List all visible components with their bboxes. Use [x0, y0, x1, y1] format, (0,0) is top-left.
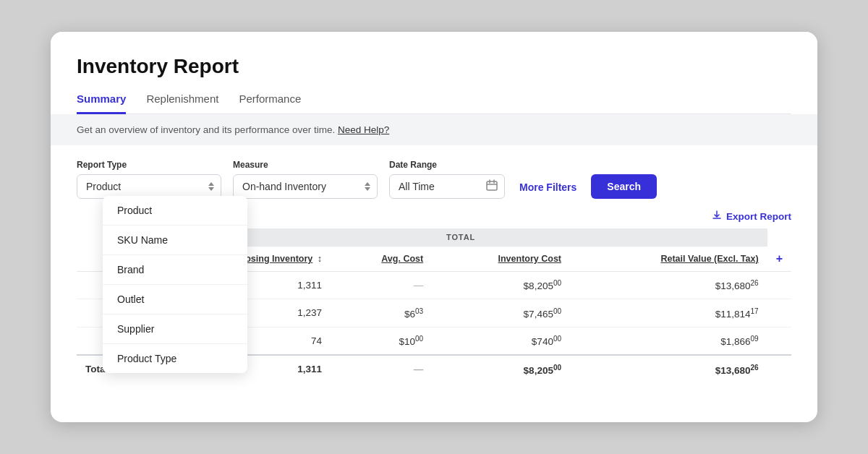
- dropdown-item-product[interactable]: Product: [103, 196, 247, 226]
- cell-retail-2: $1,86609: [570, 327, 767, 355]
- retail-value-sort-link[interactable]: Retail Value (Excl. Tax): [660, 254, 758, 264]
- measure-select[interactable]: On-hand Inventory Sold Inventory Receive…: [233, 174, 378, 199]
- cell-retail-1: $11,81417: [570, 299, 767, 327]
- measure-group: Measure On-hand Inventory Sold Inventory…: [233, 160, 378, 199]
- cell-retail-0: $13,68026: [570, 271, 767, 299]
- filters-section: Report Type Product SKU Name Brand Outle…: [51, 145, 817, 199]
- date-range-input-wrapper: [389, 174, 505, 199]
- report-type-label: Report Type: [77, 160, 221, 170]
- cell-avg-cost-0: —: [331, 271, 432, 299]
- info-bar: Get an overview of inventory and its per…: [51, 114, 817, 145]
- tab-replenishment[interactable]: Replenishment: [146, 93, 218, 114]
- page-title: Inventory Report: [77, 55, 791, 78]
- need-help-link[interactable]: Need Help?: [338, 124, 389, 135]
- cell-add-1: [767, 299, 791, 327]
- filters-row: Report Type Product SKU Name Brand Outle…: [77, 160, 791, 199]
- cell-inv-cost-1: $7,46500: [432, 299, 570, 327]
- tabs-container: Summary Replenishment Performance: [77, 93, 791, 114]
- totals-avg-cost: —: [331, 355, 432, 383]
- card-header: Inventory Report Summary Replenishment P…: [51, 32, 817, 114]
- closing-inventory-sort-link[interactable]: Closing Inventory: [237, 254, 313, 264]
- totals-add: [767, 355, 791, 383]
- report-type-select-wrapper: Product SKU Name Brand Outlet Supplier P…: [77, 174, 221, 199]
- search-button[interactable]: Search: [591, 174, 657, 199]
- date-range-label: Date Range: [389, 160, 505, 170]
- add-column-icon[interactable]: +: [776, 252, 783, 265]
- cell-add-0: [767, 271, 791, 299]
- cell-inv-cost-0: $8,20500: [432, 271, 570, 299]
- cell-avg-cost-1: $603: [331, 299, 432, 327]
- dropdown-item-product-type[interactable]: Product Type: [103, 344, 247, 373]
- totals-retail: $13,68026: [570, 355, 767, 383]
- col-header-add[interactable]: +: [767, 247, 791, 272]
- cell-inv-cost-2: $74000: [432, 327, 570, 355]
- date-range-group: Date Range: [389, 160, 505, 199]
- col-header-retail-value[interactable]: Retail Value (Excl. Tax): [570, 247, 767, 272]
- cell-avg-cost-2: $1000: [331, 327, 432, 355]
- tab-performance[interactable]: Performance: [239, 93, 301, 114]
- report-type-dropdown[interactable]: Product SKU Name Brand Outlet Supplier P…: [103, 196, 247, 373]
- tab-summary[interactable]: Summary: [77, 93, 126, 114]
- measure-select-wrapper: On-hand Inventory Sold Inventory Receive…: [233, 174, 378, 199]
- sort-icon: ↕: [318, 254, 322, 264]
- dropdown-item-supplier[interactable]: Supplier: [103, 314, 247, 344]
- totals-inv-cost: $8,20500: [432, 355, 570, 383]
- col-header-avg-cost[interactable]: Avg. Cost: [331, 247, 432, 272]
- dropdown-item-sku[interactable]: SKU Name: [103, 226, 247, 255]
- report-type-group: Report Type Product SKU Name Brand Outle…: [77, 160, 221, 199]
- export-label: Export Report: [726, 211, 791, 222]
- measure-label: Measure: [233, 160, 378, 170]
- main-card: Inventory Report Summary Replenishment P…: [51, 32, 817, 422]
- cell-add-2: [767, 327, 791, 355]
- export-report-button[interactable]: Export Report: [712, 210, 791, 223]
- info-text: Get an overview of inventory and its per…: [77, 124, 335, 135]
- col-header-inventory-cost[interactable]: Inventory Cost: [432, 247, 570, 272]
- report-type-select[interactable]: Product SKU Name Brand Outlet Supplier P…: [77, 174, 221, 199]
- avg-cost-sort-link[interactable]: Avg. Cost: [381, 254, 423, 264]
- more-filters-button[interactable]: More Filters: [516, 176, 579, 199]
- inventory-cost-sort-link[interactable]: Inventory Cost: [498, 254, 562, 264]
- date-range-input[interactable]: [389, 174, 505, 199]
- dropdown-item-outlet[interactable]: Outlet: [103, 285, 247, 314]
- download-icon: [712, 210, 722, 223]
- dropdown-item-brand[interactable]: Brand: [103, 255, 247, 285]
